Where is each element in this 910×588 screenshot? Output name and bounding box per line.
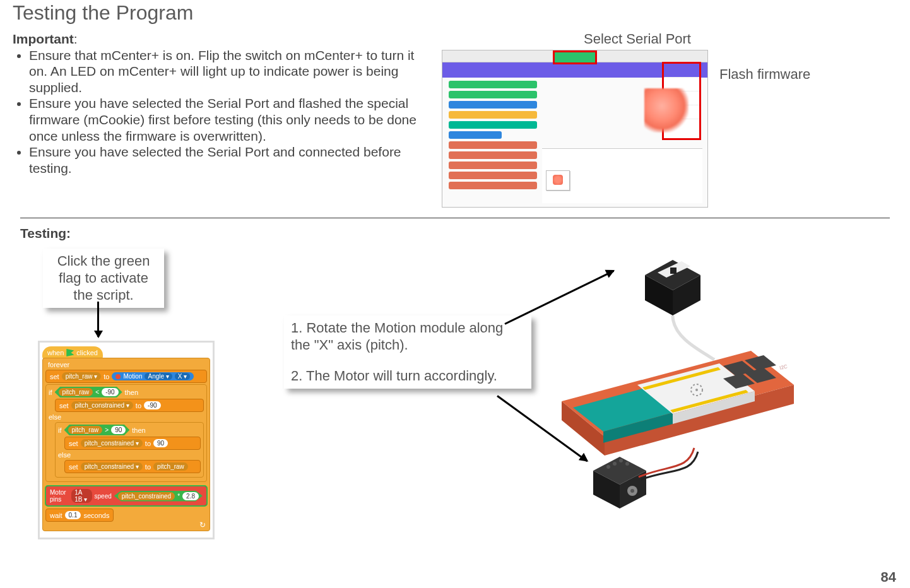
set-constrained-raw: set pitch_constrained ▾ to pitch_raw xyxy=(64,460,201,473)
select-serial-label: Select Serial Port xyxy=(505,31,770,47)
svg-point-25 xyxy=(613,462,617,466)
arrow-to-script xyxy=(97,302,99,337)
serial-port-highlight xyxy=(553,50,597,64)
page-number: 84 xyxy=(881,569,896,585)
svg-point-26 xyxy=(619,459,623,462)
set-constrained-pos90: set pitch_constrained ▾ to 90 xyxy=(64,437,201,450)
if-else-inner: if pitch_raw>90 then set pitch_constrain… xyxy=(55,422,204,478)
bullet-2: Ensure you have selected the Serial Port… xyxy=(29,95,417,144)
important-section: Important: Ensure that mCenter+ is on. F… xyxy=(13,31,417,176)
svg-point-27 xyxy=(625,462,629,466)
important-heading: Important xyxy=(13,32,74,46)
bullet-3: Ensure you have selected the Serial Port… xyxy=(29,144,417,176)
hardware-diagram: I2C xyxy=(536,250,839,521)
ide-bottom-panel xyxy=(542,148,702,203)
green-flag-icon xyxy=(66,349,74,356)
svg-point-24 xyxy=(606,465,610,469)
svg-point-10 xyxy=(695,389,698,391)
section-divider xyxy=(20,218,890,218)
step-2: 2. The Motor will turn accordingly. xyxy=(291,368,524,385)
svg-rect-20 xyxy=(670,268,677,274)
forever-loop: forever set pitch_raw ▾ to MotionAngle ▾… xyxy=(42,358,210,531)
set-constrained-neg90: set pitch_constrained ▾ to -90 xyxy=(55,399,204,412)
bullet-1: Ensure that mCenter+ is on. Flip the swi… xyxy=(29,47,417,96)
step-1: 1. Rotate the Motion module along the "X… xyxy=(291,320,524,354)
when-flag-clicked: when clicked xyxy=(42,346,103,359)
testing-heading: Testing: xyxy=(20,226,897,241)
motor-block: Motor pins 1A 1B ▾ speed pitch_constrain… xyxy=(45,486,207,506)
page-title: Testing the Program xyxy=(13,1,897,25)
ide-block-palette xyxy=(449,81,537,192)
callout-steps: 1. Rotate the Motion module along the "X… xyxy=(284,315,531,389)
scratch-script: when clicked forever set pitch_raw ▾ to … xyxy=(38,341,215,539)
important-bullets: Ensure that mCenter+ is on. Flip the swi… xyxy=(13,47,417,177)
flash-firmware-label: Flash firmware xyxy=(719,66,810,83)
svg-point-29 xyxy=(630,489,634,493)
ide-screenshot xyxy=(442,50,708,208)
wait-block: wait 0.1 seconds xyxy=(45,509,114,522)
callout-flag: Click the green flag to activate the scr… xyxy=(43,249,164,308)
ide-sprite-preview xyxy=(644,88,688,132)
if-else-outer: if pitch_raw<-90 then set pitch_constrai… xyxy=(45,384,207,482)
set-pitch-raw: set pitch_raw ▾ to MotionAngle ▾X ▾ xyxy=(45,370,207,383)
svg-text:I2C: I2C xyxy=(779,363,788,371)
